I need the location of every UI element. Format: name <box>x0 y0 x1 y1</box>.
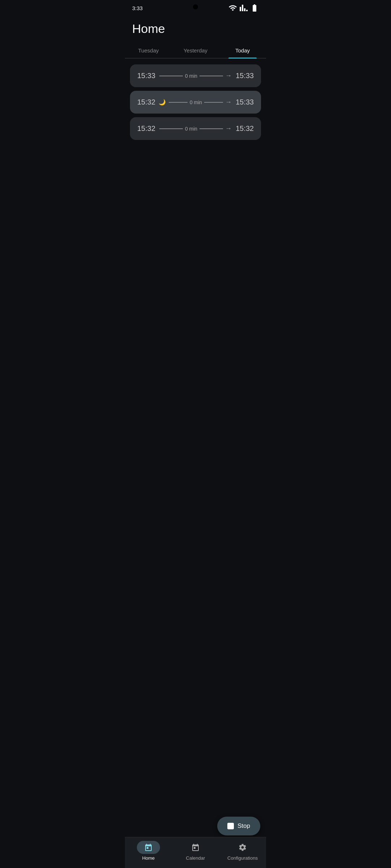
moon-icon: 🌙 <box>159 99 166 106</box>
trip-card-2[interactable]: 15:32 🌙 0 min → 15:33 <box>130 91 261 114</box>
tab-yesterday[interactable]: Yesterday <box>172 43 219 58</box>
trip-arrow-1: → <box>225 72 232 80</box>
trip-arrow-3: → <box>225 125 232 132</box>
trip-duration-2: 0 min <box>190 99 202 105</box>
status-icons <box>228 4 259 12</box>
tabs-container: Tuesday Yesterday Today <box>125 43 266 59</box>
wifi-icon <box>228 4 237 12</box>
camera-cutout <box>193 4 198 9</box>
trip-start-time-3: 15:32 <box>137 124 157 133</box>
page-header: Home <box>125 14 266 39</box>
trip-line-container-3: 0 min → <box>159 125 232 132</box>
trip-end-time-3: 15:32 <box>234 124 254 133</box>
trip-duration-3: 0 min <box>185 126 197 132</box>
trip-start-time-2: 15:32 <box>137 98 157 106</box>
trip-end-time-2: 15:33 <box>234 98 254 106</box>
trip-line-left-2 <box>169 102 188 103</box>
trip-arrow-2: → <box>225 98 232 106</box>
trip-line-container-1: 0 min → <box>159 72 232 80</box>
tab-tuesday[interactable]: Tuesday <box>125 43 172 58</box>
trip-line-left-3 <box>159 128 183 129</box>
battery-icon <box>250 4 259 12</box>
trip-card-1[interactable]: 15:33 0 min → 15:33 <box>130 64 261 87</box>
content-area: 15:33 0 min → 15:33 15:32 🌙 0 min → 15:3… <box>125 59 266 146</box>
trip-line-container-2: 0 min → <box>169 98 232 106</box>
status-bar: 3:33 <box>125 0 266 14</box>
trip-duration-1: 0 min <box>185 73 197 79</box>
trip-line-left-1 <box>159 76 183 76</box>
signal-icon <box>239 4 248 12</box>
trip-line-right-3 <box>199 128 223 129</box>
trip-card-3[interactable]: 15:32 0 min → 15:32 <box>130 117 261 140</box>
tab-today[interactable]: Today <box>219 43 266 58</box>
page-title: Home <box>132 22 259 36</box>
trip-line-right-1 <box>199 76 223 76</box>
trip-line-right-2 <box>204 102 223 103</box>
status-time: 3:33 <box>132 5 143 11</box>
trip-end-time-1: 15:33 <box>234 72 254 80</box>
trip-start-time-1: 15:33 <box>137 72 157 80</box>
